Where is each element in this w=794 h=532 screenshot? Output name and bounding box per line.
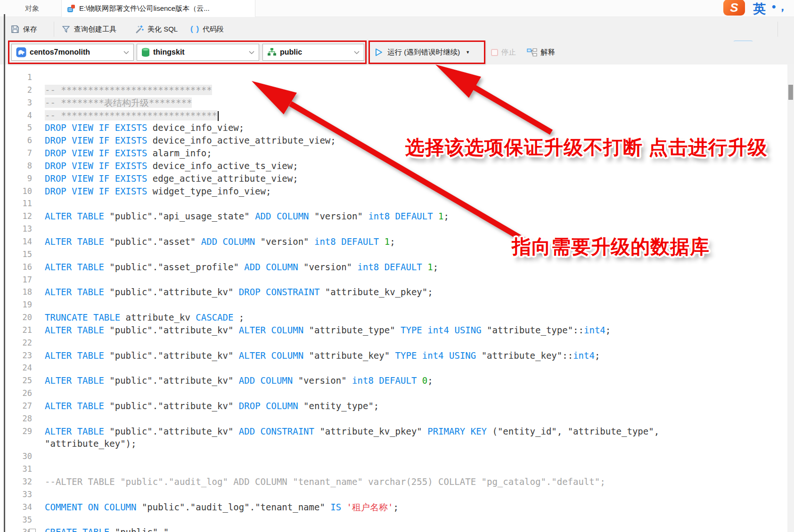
- chevron-down-icon: [123, 48, 129, 56]
- explain-button[interactable]: 解释: [527, 45, 555, 59]
- line-number: 2: [5, 84, 32, 97]
- code-line: 34COMMENT ON COLUMN "public"."audit_log"…: [5, 501, 787, 514]
- toolbar-separator: [778, 22, 778, 37]
- tab-objects[interactable]: 对象: [8, 0, 56, 17]
- line-number: 24: [5, 362, 32, 374]
- text-cursor: [218, 111, 219, 121]
- database-name: thingskit: [153, 48, 185, 56]
- code-line: 28: [5, 412, 787, 425]
- line-number: 32: [5, 476, 32, 488]
- editor-scrollbar-track[interactable]: [787, 64, 794, 532]
- save-label: 保存: [23, 25, 37, 34]
- funnel-icon: [61, 24, 71, 34]
- line-number: 30: [5, 450, 32, 463]
- query-editor-window: 对象 E:\物联网部署文件\公司lisence版本（云... S 英 •，: [0, 0, 794, 532]
- line-number: 1: [5, 71, 32, 84]
- line-number: 6: [5, 134, 32, 147]
- line-number: 25: [5, 374, 32, 387]
- code-line: 36CREATE TABLE "public"."...: [5, 526, 787, 532]
- annotation-database-note: 指向需要升级的数据库: [512, 234, 710, 260]
- schema-select[interactable]: public: [262, 44, 364, 61]
- line-number: 11: [5, 197, 32, 210]
- tab-query[interactable]: E:\物联网部署文件\公司lisence版本（云...: [61, 0, 255, 17]
- window-left-edge: [4, 14, 5, 532]
- code-fold-box[interactable]: [29, 529, 36, 532]
- code-line: 1: [5, 71, 787, 84]
- code-line: 8DROP VIEW IF EXISTS device_info_active_…: [5, 160, 787, 172]
- line-number: 21: [5, 324, 32, 337]
- query-builder-label: 查询创建工具: [74, 25, 116, 34]
- code-line: 12ALTER TABLE "public"."api_usage_state"…: [5, 210, 787, 223]
- sogou-ime-icon[interactable]: S: [723, 0, 745, 16]
- code-line: 4-- *****************************: [5, 109, 787, 122]
- code-line: 18ALTER TABLE "public"."attribute_kv" DR…: [5, 286, 787, 298]
- line-number: 4: [5, 109, 32, 122]
- beautify-sql-button[interactable]: 美化 SQL: [135, 17, 178, 41]
- ime-punctuation-marks: •，: [772, 0, 789, 14]
- save-icon: [10, 24, 20, 34]
- code-line: 23ALTER TABLE "public"."attribute_kv" AL…: [5, 349, 787, 362]
- line-number: 7: [5, 147, 32, 160]
- line-number: 8: [5, 160, 32, 172]
- connection-name: centos7monolith: [30, 48, 90, 56]
- code-line: 2-- ****************************: [5, 84, 787, 97]
- query-builder-button[interactable]: 查询创建工具: [61, 17, 116, 41]
- line-number: 5: [5, 121, 32, 134]
- explain-plan-icon: [527, 48, 538, 57]
- tab-query-label: E:\物联网部署文件\公司lisence版本（云...: [79, 4, 210, 13]
- tab-objects-label: 对象: [25, 4, 39, 13]
- query-toolbar: 保存 查询创建工具 美化 SQL ( ) 代: [0, 17, 794, 41]
- database-icon: [141, 48, 150, 57]
- code-line: 32--ALTER TABLE "public"."audit_log" ADD…: [5, 476, 787, 488]
- beautify-sql-label: 美化 SQL: [147, 25, 178, 34]
- line-number: 13: [5, 223, 32, 235]
- run-options-caret-icon[interactable]: ▼: [466, 50, 470, 55]
- stop-icon: [491, 49, 498, 56]
- save-button[interactable]: 保存: [10, 17, 37, 41]
- query-file-icon: [66, 4, 76, 13]
- code-line: "attribute_key");: [5, 437, 787, 450]
- line-number: 16: [5, 261, 32, 274]
- stop-button: 停止: [491, 45, 516, 59]
- line-number: 27: [5, 400, 32, 412]
- line-number: 23: [5, 349, 32, 362]
- toolbar-separator: [54, 22, 54, 37]
- code-line: 10DROP VIEW IF EXISTS widget_type_info_v…: [5, 185, 787, 198]
- parentheses-icon: ( ): [190, 24, 199, 34]
- code-line: 31: [5, 463, 787, 476]
- code-line: 22: [5, 337, 787, 349]
- line-number: 36: [5, 526, 32, 532]
- line-number: 29: [5, 425, 32, 438]
- code-line: 25ALTER TABLE "public"."attribute_kv" AD…: [5, 374, 787, 387]
- code-snippet-label: 代码段: [203, 25, 224, 34]
- magic-wand-icon: [135, 24, 144, 34]
- code-line: 11: [5, 197, 787, 210]
- ime-language-indicator[interactable]: 英: [753, 0, 766, 17]
- code-line: 21ALTER TABLE "public"."attribute_kv" AL…: [5, 324, 787, 337]
- code-line: 27ALTER TABLE "public"."attribute_kv" DR…: [5, 400, 787, 412]
- tab-bar: 对象 E:\物联网部署文件\公司lisence版本（云... S 英 •，: [0, 0, 794, 17]
- database-select[interactable]: thingskit: [137, 44, 259, 61]
- code-line: 13: [5, 223, 787, 235]
- line-number: 26: [5, 387, 32, 400]
- code-line: 19: [5, 298, 787, 311]
- code-line: 20TRUNCATE TABLE attribute_kv CASCADE ;: [5, 311, 787, 324]
- chevron-down-icon: [249, 48, 254, 56]
- code-snippet-button[interactable]: ( ) 代码段: [190, 17, 224, 41]
- code-line: 33: [5, 488, 787, 501]
- code-line: 9DROP VIEW IF EXISTS edge_active_attribu…: [5, 172, 787, 185]
- code-line: 29ALTER TABLE "public"."attribute_kv" AD…: [5, 425, 787, 438]
- run-button[interactable]: 运行 (遇到错误时继续) ▼: [374, 45, 470, 59]
- line-number: 3: [5, 97, 32, 109]
- code-line: 17: [5, 274, 787, 286]
- postgresql-icon: [16, 47, 26, 57]
- line-number: 31: [5, 463, 32, 476]
- line-number: 28: [5, 412, 32, 425]
- editor-scrollbar-thumb[interactable]: [788, 85, 793, 100]
- line-number: 15: [5, 248, 32, 261]
- line-number: 20: [5, 311, 32, 324]
- connection-select[interactable]: centos7monolith: [11, 44, 134, 61]
- line-number: 22: [5, 337, 32, 349]
- schema-name: public: [280, 48, 302, 56]
- explain-label: 解释: [540, 48, 555, 57]
